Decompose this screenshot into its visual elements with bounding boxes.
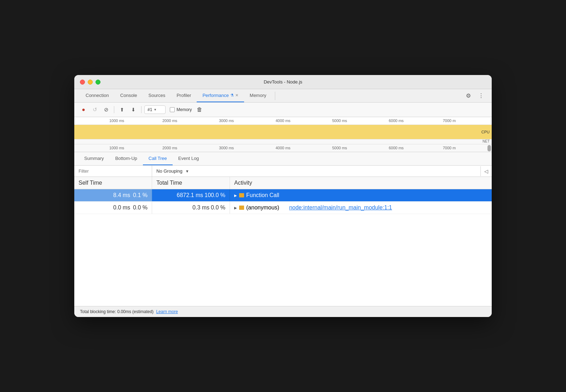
total-time-cell-2: 0.3 ms 0.0 % xyxy=(152,202,230,214)
total-ms-2: 0.3 ms xyxy=(192,204,209,211)
self-pct-2: 0.0 % xyxy=(133,204,148,211)
learn-more-link[interactable]: Learn more xyxy=(156,309,178,314)
tab-bottom-up[interactable]: Bottom-Up xyxy=(110,152,143,165)
table-row[interactable]: 0.0 ms 0.0 % 0.3 ms 0.0 % ▶ (anonymous) … xyxy=(74,202,492,214)
tick-4000: 4000 ms xyxy=(276,119,290,123)
more-options-icon[interactable]: ⋮ xyxy=(476,91,486,101)
activity-cell-2: ▶ (anonymous) node:internal/main/run_mai… xyxy=(230,202,492,214)
tick2-1000: 1000 ms xyxy=(109,146,124,150)
toolbar-sep-2 xyxy=(141,106,142,113)
folder-icon-2 xyxy=(239,206,244,210)
activity-link[interactable]: node:internal/main/run_main_module:1:1 xyxy=(289,204,392,211)
total-time-cell: 6872.1 ms 100.0 % xyxy=(152,189,230,201)
tick2-3000: 3000 ms xyxy=(219,146,234,150)
self-time-cell: 8.4 ms 0.1 % xyxy=(74,189,152,201)
tab-profiler[interactable]: Profiler xyxy=(171,89,197,102)
self-ms-2: 0.0 ms xyxy=(113,204,130,211)
timeline-area: 1000 ms 2000 ms 3000 ms 4000 ms 5000 ms … xyxy=(74,117,492,152)
tab-event-log[interactable]: Event Log xyxy=(173,152,205,165)
memory-checkbox-label[interactable]: Memory xyxy=(170,107,192,112)
filter-input[interactable] xyxy=(74,166,152,177)
minimize-button[interactable] xyxy=(88,80,93,85)
tab-call-tree[interactable]: Call Tree xyxy=(143,152,173,165)
record-button[interactable]: ● xyxy=(79,105,88,115)
tick2-2000: 2000 ms xyxy=(162,146,177,150)
net-bar: NET xyxy=(74,139,492,144)
col-activity-header: Activity xyxy=(230,177,492,189)
timeline-ruler-top: 1000 ms 2000 ms 3000 ms 4000 ms 5000 ms … xyxy=(74,117,492,125)
table-header: Self Time Total Time Activity xyxy=(74,177,492,189)
status-text: Total blocking time: 0.00ms (estimated) xyxy=(80,309,154,314)
tick2-6000: 6000 ms xyxy=(389,146,404,150)
flask-icon: ⚗ xyxy=(230,93,234,98)
folder-icon xyxy=(239,193,244,197)
net-label: NET xyxy=(483,139,490,143)
col-total-time-header: Total Time xyxy=(152,177,230,189)
tick-3000: 3000 ms xyxy=(219,119,234,123)
tab-memory[interactable]: Memory xyxy=(244,89,272,102)
total-pct: 100.0 % xyxy=(204,192,225,198)
tick-6000: 6000 ms xyxy=(389,119,404,123)
tick-1000: 1000 ms xyxy=(109,119,124,123)
filter-bar: No Grouping ▼ ◁ xyxy=(74,166,492,177)
tab-summary[interactable]: Summary xyxy=(79,152,110,165)
tick2-7000: 7000 m xyxy=(443,146,456,150)
self-ms: 8.4 ms xyxy=(113,192,130,198)
self-time-cell-2: 0.0 ms 0.0 % xyxy=(74,202,152,214)
memory-toggle: Memory xyxy=(170,107,192,112)
cpu-bar: CPU xyxy=(74,125,492,139)
cpu-label: CPU xyxy=(481,130,490,134)
expand-arrow-icon-2[interactable]: ▶ xyxy=(234,206,237,210)
activity-cell: ▶ Function Call xyxy=(230,189,492,201)
nav-divider xyxy=(275,92,275,100)
activity-name-2: (anonymous) xyxy=(246,204,279,211)
scrollbar-thumb[interactable] xyxy=(487,144,492,152)
maximize-button[interactable] xyxy=(96,80,100,85)
expand-arrow-icon[interactable]: ▶ xyxy=(234,194,237,197)
tick2-4000: 4000 ms xyxy=(276,146,290,150)
upload-button[interactable]: ⬆ xyxy=(117,105,127,115)
tab-connection[interactable]: Connection xyxy=(80,89,115,102)
tick-7000: 7000 m xyxy=(443,119,456,123)
clear-button[interactable]: 🗑 xyxy=(195,105,204,115)
devtools-window: DevTools - Node.js Connection Console So… xyxy=(74,75,492,317)
refresh-button[interactable]: ↺ xyxy=(90,105,100,115)
close-tab-icon[interactable]: ✕ xyxy=(235,93,238,98)
tab-sources[interactable]: Sources xyxy=(143,89,171,102)
grouping-select[interactable]: No Grouping ▼ xyxy=(152,166,480,177)
total-pct-2: 0.0 % xyxy=(211,204,225,211)
tick-5000: 5000 ms xyxy=(332,119,347,123)
nav-actions: ⚙ ⋮ xyxy=(463,91,486,101)
download-button[interactable]: ⬇ xyxy=(128,105,138,115)
memory-checkbox[interactable] xyxy=(170,107,175,112)
activity-name: Function Call xyxy=(246,192,279,198)
profile-selector[interactable]: #1 ▼ xyxy=(144,105,166,114)
tick2-5000: 5000 ms xyxy=(332,146,347,150)
status-bar: Total blocking time: 0.00ms (estimated) … xyxy=(74,306,492,317)
toolbar: ● ↺ ⊘ ⬆ ⬇ #1 ▼ Memory 🗑 xyxy=(74,103,492,117)
analysis-tabs: Summary Bottom-Up Call Tree Event Log xyxy=(74,152,492,166)
scrollbar-handle[interactable] xyxy=(487,145,491,151)
traffic-lights xyxy=(80,80,100,85)
table-row[interactable]: 8.4 ms 0.1 % 6872.1 ms 100.0 % ▶ Functio… xyxy=(74,189,492,202)
settings-icon[interactable]: ⚙ xyxy=(463,91,473,101)
window-title: DevTools - Node.js xyxy=(264,79,302,85)
total-ms: 6872.1 ms xyxy=(177,192,203,198)
toolbar-sep-1 xyxy=(114,106,114,113)
collapse-button[interactable]: ◁ xyxy=(480,166,492,176)
close-button[interactable] xyxy=(80,80,85,85)
bottom-panel: Summary Bottom-Up Call Tree Event Log No… xyxy=(74,152,492,306)
title-bar: DevTools - Node.js xyxy=(74,75,492,89)
tick-2000: 2000 ms xyxy=(162,119,177,123)
stop-button[interactable]: ⊘ xyxy=(101,105,111,115)
empty-space xyxy=(74,214,492,306)
nav-bar: Connection Console Sources Profiler Perf… xyxy=(74,89,492,103)
col-self-time-header: Self Time xyxy=(74,177,152,189)
grouping-dropdown-icon: ▼ xyxy=(185,169,189,173)
tab-performance[interactable]: Performance ⚗ ✕ xyxy=(197,89,244,102)
tab-console[interactable]: Console xyxy=(115,89,143,102)
timeline-ruler-bottom: 1000 ms 2000 ms 3000 ms 4000 ms 5000 ms … xyxy=(74,144,492,152)
self-pct: 0.1 % xyxy=(133,192,148,198)
dropdown-arrow-icon: ▼ xyxy=(154,108,157,111)
